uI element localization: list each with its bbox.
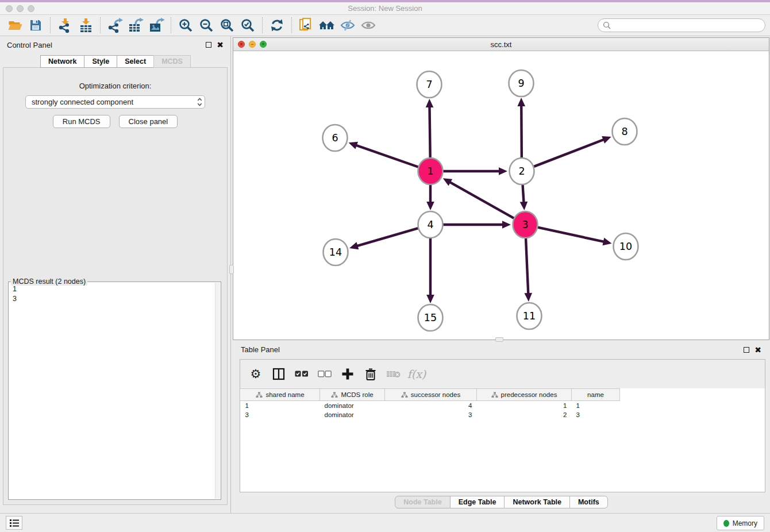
checked-boxes-icon	[295, 371, 309, 377]
tab-motifs[interactable]: Motifs	[569, 496, 608, 508]
table-row[interactable]: 3dominator323	[241, 410, 620, 419]
graph-edge-4-14[interactable]	[356, 228, 418, 246]
float-panel-icon[interactable]	[206, 42, 211, 48]
graph-edge-2-9[interactable]	[521, 105, 522, 159]
optimization-criterion-dropdown[interactable]: strongly connected component	[25, 95, 205, 109]
memory-label: Memory	[733, 519, 757, 527]
table-cell[interactable]: 3	[572, 410, 620, 419]
delete-columns-button[interactable]	[361, 364, 380, 384]
deselect-all-columns-button[interactable]	[315, 364, 334, 384]
hide-selected-button[interactable]	[337, 16, 358, 34]
column-header-predecessor-nodes[interactable]: predecessor nodes	[477, 389, 572, 401]
table-cell[interactable]: 1	[572, 401, 620, 410]
graph-node-9[interactable]: 9	[509, 70, 534, 97]
table-cell[interactable]: 1	[477, 401, 572, 410]
memory-button[interactable]: Memory	[717, 516, 764, 530]
close-window-icon[interactable]	[6, 5, 13, 12]
show-all-button[interactable]	[358, 16, 379, 34]
create-column-button[interactable]	[338, 364, 357, 384]
graph-edge-2-3[interactable]	[522, 184, 523, 203]
save-session-button[interactable]	[25, 16, 46, 34]
table-row[interactable]: 1dominator411	[241, 401, 620, 410]
table-cell[interactable]: dominator	[320, 410, 385, 419]
graph-node-8[interactable]: 8	[613, 118, 637, 145]
zoom-window-icon[interactable]	[28, 5, 34, 12]
export-image-button[interactable]	[146, 16, 167, 34]
tab-network[interactable]: Network	[40, 55, 84, 68]
float-table-panel-icon[interactable]	[744, 347, 749, 353]
search-box[interactable]	[598, 18, 765, 32]
tab-mcds[interactable]: MCDS	[153, 55, 191, 68]
close-table-panel-icon[interactable]: ✖	[754, 347, 761, 353]
tab-edge-table[interactable]: Edge Table	[450, 496, 505, 508]
network-window-titlebar[interactable]: × − + scc.txt	[233, 38, 769, 51]
column-header-label: shared name	[265, 391, 304, 398]
select-all-columns-button[interactable]	[292, 364, 311, 384]
network-traffic-lights[interactable]: × − +	[238, 41, 267, 48]
tab-network-table[interactable]: Network Table	[504, 496, 570, 508]
table-mode-button[interactable]: ⚙	[246, 364, 265, 384]
new-network-from-selection-button[interactable]	[296, 16, 317, 34]
column-header-shared-name[interactable]: shared name	[241, 389, 320, 401]
import-table-button[interactable]	[75, 16, 96, 34]
maximize-network-icon[interactable]: +	[260, 41, 267, 48]
graph-node-7[interactable]: 7	[417, 71, 442, 98]
graph-node-1[interactable]: 1	[418, 158, 443, 184]
graph-node-4[interactable]: 4	[418, 211, 443, 238]
minimize-window-icon[interactable]	[17, 5, 24, 12]
horizontal-splitter-handle[interactable]	[495, 337, 503, 342]
zoom-in-button[interactable]	[175, 16, 196, 34]
import-network-button[interactable]	[55, 16, 75, 34]
graph-node-10[interactable]: 10	[614, 233, 638, 260]
graph-node-3[interactable]: 3	[513, 211, 538, 238]
toolbar-separator	[262, 17, 263, 33]
graph-edge-3-1[interactable]	[449, 182, 514, 218]
tree-sort-icon	[491, 392, 498, 398]
table-cell[interactable]: 3	[241, 410, 320, 419]
table-cell[interactable]: 1	[241, 401, 320, 410]
network-canvas[interactable]: 7968124314101511	[233, 51, 769, 340]
table-cell[interactable]: dominator	[320, 401, 385, 410]
graph-node-label: 14	[329, 246, 342, 258]
graph-node-15[interactable]: 15	[418, 304, 443, 331]
refresh-view-button[interactable]	[267, 16, 287, 34]
open-session-button[interactable]	[5, 16, 25, 34]
vertical-splitter-handle[interactable]	[229, 265, 234, 274]
close-panel-icon[interactable]: ✖	[217, 42, 224, 48]
main-traffic-lights[interactable]	[6, 5, 34, 12]
close-panel-button[interactable]: Close panel	[119, 115, 178, 128]
show-columns-button[interactable]	[269, 364, 288, 384]
column-header-name[interactable]: name	[572, 389, 620, 401]
graph-edge-3-10[interactable]	[537, 228, 605, 242]
graph-node-11[interactable]: 11	[517, 303, 542, 329]
tab-style[interactable]: Style	[84, 55, 117, 68]
graph-edge-3-11[interactable]	[526, 237, 528, 295]
tab-select[interactable]: Select	[117, 55, 154, 68]
graph-edge-2-8[interactable]	[534, 139, 605, 167]
table-cell[interactable]: 3	[385, 410, 477, 419]
graph-edge-1-7[interactable]	[429, 106, 430, 159]
network-graph[interactable]: 7968124314101511	[233, 51, 769, 340]
column-header-successor-nodes[interactable]: successor nodes	[385, 389, 477, 401]
task-history-button[interactable]	[6, 516, 22, 530]
graph-arrowhead	[426, 202, 434, 210]
zoom-selected-button[interactable]	[237, 16, 258, 34]
graph-node-2[interactable]: 2	[510, 158, 534, 184]
run-mcds-button[interactable]: Run MCDS	[53, 115, 110, 128]
close-network-icon[interactable]: ×	[238, 41, 245, 48]
first-neighbors-button[interactable]	[317, 16, 337, 34]
minimize-network-icon[interactable]: −	[249, 41, 256, 48]
export-table-button[interactable]	[125, 16, 146, 34]
table-cell[interactable]: 2	[477, 410, 572, 419]
export-network-button[interactable]	[105, 16, 125, 34]
graph-node-6[interactable]: 6	[323, 125, 348, 151]
graph-node-14[interactable]: 14	[324, 239, 348, 265]
tab-node-table[interactable]: Node Table	[395, 496, 450, 508]
search-input[interactable]	[614, 21, 760, 30]
result-scrollbar[interactable]	[215, 283, 220, 499]
table-cell[interactable]: 4	[385, 401, 477, 410]
column-header-MCDS-role[interactable]: MCDS role	[320, 389, 385, 401]
graph-edge-1-6[interactable]	[355, 145, 418, 167]
zoom-fit-button[interactable]	[217, 16, 237, 34]
zoom-out-button[interactable]	[196, 16, 217, 34]
